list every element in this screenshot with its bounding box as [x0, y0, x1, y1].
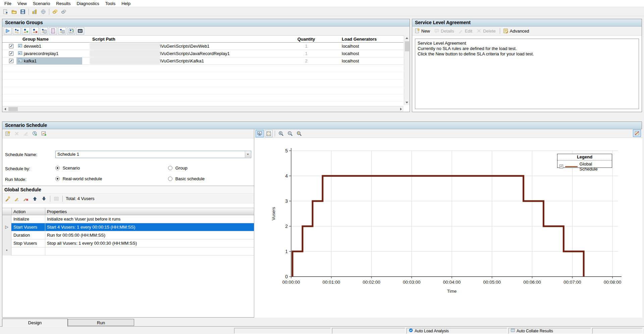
radio-group-label: Group — [175, 165, 187, 171]
tab-design[interactable]: Design — [2, 319, 68, 327]
total-vusers-label: Total: 4 Vusers — [66, 196, 95, 201]
scenario-groups-panel: Scenario Groups SV Group Name Script Pat… — [2, 19, 410, 112]
menu-view[interactable]: View — [14, 0, 30, 7]
network-icon[interactable] — [39, 8, 47, 15]
group-row-javarecordreplay1[interactable]: ✓javarecordreplay1\VuGen\Scripts\JavaRec… — [2, 50, 404, 57]
zoom-reset-icon[interactable] — [295, 130, 303, 137]
controller-icon[interactable] — [31, 8, 39, 15]
global-schedule-table-header: Action Properties — [2, 208, 254, 215]
save-scenario-icon[interactable] — [19, 8, 27, 15]
menu-tools[interactable]: Tools — [102, 0, 118, 7]
add-graph-icon[interactable] — [40, 130, 48, 137]
menu-diagnostics[interactable]: Diagnostics — [74, 0, 102, 7]
group-name-cell[interactable]: devweb1 — [16, 43, 82, 50]
group-enabled-checkbox[interactable]: ✓ — [9, 59, 13, 63]
groups-horizontal-scrollbar[interactable] — [2, 106, 404, 112]
tab-run[interactable]: Run — [68, 319, 134, 326]
chart-view-icon[interactable] — [256, 130, 264, 137]
legend-entry-global-schedule[interactable]: ✓ Global Schedule — [557, 160, 612, 172]
sla-content: Service Level Agreement Currently no SLA… — [415, 39, 639, 109]
schedule-action-row-start-vusers[interactable]: ▷Start VusersStart 4 Vusers: 1 every 00:… — [2, 223, 254, 231]
view-script-icon[interactable] — [49, 27, 57, 35]
new-schedule-icon[interactable] — [4, 130, 12, 137]
new-sla-icon[interactable]: New — [414, 27, 432, 35]
scroll-down-icon[interactable] — [406, 102, 408, 103]
scroll-left-icon[interactable] — [4, 108, 6, 110]
move-down-icon[interactable] — [40, 195, 48, 202]
radio-basic-schedule[interactable]: Basic schedule — [168, 176, 205, 181]
group-script-icon — [18, 51, 22, 56]
group-name-cell[interactable]: javarecordreplay1 — [16, 50, 82, 57]
edit-action-icon[interactable] — [13, 195, 21, 202]
schedule-action-row-duration[interactable]: DurationRun for 00:05:00 (HH:MM:SS) — [2, 231, 254, 239]
remove-vusers-icon[interactable] — [31, 27, 39, 35]
radio-scenario[interactable]: Scenario — [55, 165, 80, 171]
redacted-path-prefix — [90, 58, 160, 64]
refresh-group-icon[interactable] — [67, 27, 75, 35]
chevron-down-icon[interactable] — [245, 151, 251, 157]
global-schedule-title: Global Schedule — [2, 186, 254, 194]
radio-real-world-schedule[interactable]: Real-world schedule — [55, 176, 102, 181]
chain-link-grey-icon[interactable] — [60, 8, 68, 15]
group-row-kafka1[interactable]: ✓kafka1\VuGen\Scripts\Kafka12localhost — [2, 57, 404, 65]
vscroll-thumb[interactable] — [405, 41, 409, 51]
fit-chart-icon[interactable] — [265, 130, 273, 137]
menu-results[interactable]: Results — [53, 0, 73, 7]
status-segment-empty-2 — [332, 328, 405, 334]
radio-group[interactable]: Group — [168, 165, 187, 171]
radio-group-icon[interactable] — [168, 166, 172, 170]
menu-file[interactable]: File — [1, 0, 14, 7]
new-sla-label: New — [421, 29, 430, 34]
new-scenario-icon[interactable] — [1, 8, 9, 15]
move-up-icon[interactable] — [31, 195, 39, 202]
schedule-graph: 01234500:00:0000:01:0000:02:0000:03:0000… — [254, 138, 642, 317]
radio-basic-icon[interactable] — [168, 177, 172, 181]
schedule-action-row-stop-vusers[interactable]: Stop VusersStop all Vusers: 1 every 00:0… — [2, 239, 254, 247]
toggle-legend-icon[interactable] — [633, 130, 641, 137]
radio-real-world-icon[interactable] — [55, 177, 60, 181]
empty-group-row — [2, 87, 404, 94]
radio-scenario-icon[interactable] — [55, 166, 60, 170]
status-auto-collate-results[interactable]: Auto Collate Results — [508, 328, 591, 334]
open-scheduler-icon[interactable] — [31, 130, 39, 137]
row-marker — [2, 215, 11, 223]
group-enabled-checkbox[interactable]: ✓ — [9, 44, 13, 48]
schedule-action-row-initialize[interactable]: InitializeInitialize each Vuser just bef… — [2, 215, 254, 223]
run-scenario-icon[interactable] — [4, 27, 12, 35]
hscroll-thumb[interactable] — [8, 107, 18, 111]
duplicate-group-icon[interactable] — [40, 27, 48, 35]
schedule-name-value: Schedule 1 — [57, 152, 79, 157]
group-enabled-checkbox[interactable]: ✓ — [9, 51, 13, 56]
svg-text:00:00:00: 00:00:00 — [282, 280, 300, 285]
col-quantity: Quantity — [289, 37, 323, 42]
delete-action-icon[interactable] — [22, 195, 30, 202]
add-vusers-icon[interactable] — [22, 27, 30, 35]
group-name-text: devweb1 — [24, 44, 41, 49]
open-scenario-icon[interactable] — [10, 8, 18, 15]
menu-scenario[interactable]: Scenario — [30, 0, 53, 7]
menu-help[interactable]: Help — [118, 0, 133, 7]
add-group-icon[interactable] — [13, 27, 21, 35]
chain-link-gold-icon[interactable] — [51, 8, 59, 15]
schedule-action-row-new[interactable]: * — [2, 247, 254, 255]
schedule-name-combobox[interactable]: Schedule 1 — [55, 151, 251, 158]
zoom-in-icon[interactable] — [277, 130, 285, 137]
col-action: Action — [13, 209, 25, 214]
groups-vertical-scrollbar[interactable] — [404, 35, 410, 105]
legend-checkbox-icon[interactable]: ✓ — [559, 164, 563, 169]
add-action-icon[interactable] — [4, 195, 12, 202]
zoom-out-icon[interactable] — [286, 130, 294, 137]
group-name-cell[interactable]: kafka1 — [16, 57, 82, 64]
scroll-right-icon[interactable] — [400, 108, 402, 110]
empty-group-row — [2, 94, 404, 102]
advanced-sla-icon[interactable]: Advanced — [502, 27, 531, 35]
group-row-devweb1[interactable]: ✓devweb1\VuGen\Scripts\DevWeb11localhost — [2, 43, 404, 50]
menu-bar: FileViewScenarioResultsDiagnosticsToolsH… — [0, 0, 644, 7]
status-auto-load-analysis[interactable]: Auto Load Analysis — [407, 328, 507, 334]
scenario-groups-toolbar: SV — [2, 27, 410, 36]
service-virtualization-icon[interactable]: SV — [76, 27, 84, 35]
group-details-icon[interactable] — [58, 27, 66, 35]
quantity-cell: 1 — [289, 44, 323, 49]
properties-cell: Stop all Vusers: 1 every 00:00:30 (HH:MM… — [47, 241, 137, 246]
scroll-up-icon[interactable] — [406, 37, 408, 39]
